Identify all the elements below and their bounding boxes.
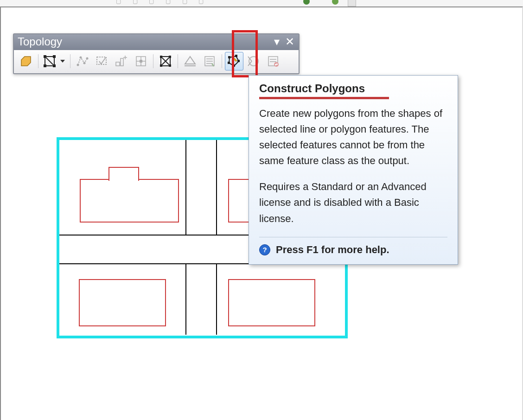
building-footprint [79,279,166,326]
list-icon [204,55,216,67]
tooltip-title: Construct Polygons [259,82,447,95]
tooltip-body-2: Requires a Standard or an Advanced licen… [259,179,447,226]
svg-point-9 [83,62,86,64]
options-icon [267,55,279,67]
svg-rect-3 [44,55,46,58]
svg-rect-4 [53,55,56,58]
separator [178,54,178,68]
svg-rect-6 [53,64,56,67]
status-dot-icon [303,0,310,5]
toolbar-close-button[interactable]: ✕ [285,37,295,47]
status-dot-icon [332,0,338,5]
tooltip-help-row: ? Press F1 for more help. [259,244,447,256]
tooltip-help-text: Press F1 for more help. [276,244,389,256]
select-topology-icon [20,55,32,67]
svg-rect-34 [228,62,230,64]
svg-rect-13 [121,58,123,66]
building-footprint [108,167,139,181]
svg-rect-33 [233,64,235,67]
shared-features-icon [76,55,89,68]
construct-polygons-icon [228,55,241,68]
svg-rect-31 [235,55,237,57]
svg-rect-12 [116,62,120,66]
svg-rect-32 [237,60,240,62]
feature-line [185,264,186,335]
validate-current-extent-button[interactable] [93,52,111,70]
feature-line [185,140,186,235]
building-footprint [80,179,179,223]
construct-polygons-button[interactable] [225,52,243,70]
tooltip-underline [259,97,389,99]
tooltip-body-1: Create new polygons from the shapes of s… [259,106,447,169]
select-topology-button[interactable] [17,52,35,70]
toolbar-fragment-icons: ▢ ▢ ▢ ▢ ▢ ▢ [116,0,206,5]
error-inspector-button[interactable] [156,52,175,70]
map-canvas: Topology ▾ ✕ [0,6,523,420]
list-errors-button[interactable] [200,52,219,70]
separator [70,54,70,68]
svg-point-36 [249,57,258,66]
svg-rect-5 [44,64,46,67]
topology-toolbar: Topology ▾ ✕ [13,33,300,74]
svg-point-10 [86,57,89,60]
svg-rect-35 [233,57,237,62]
topology-edit-icon [44,55,56,67]
feature-line [216,140,217,235]
topology-edit-tool-button[interactable] [41,52,67,70]
planarize-lines-button[interactable] [181,52,199,70]
svg-point-8 [80,57,82,59]
tooltip-construct-polygons: Construct Polygons Create new polygons f… [249,75,458,265]
toolbar-button-row [14,50,299,73]
validate-area-icon [115,55,128,68]
app-top-strip: ▢ ▢ ▢ ▢ ▢ ▢ [0,0,523,7]
toolbar-end-grip [348,0,356,6]
tooltip-divider [259,237,447,237]
help-icon: ? [259,244,270,255]
error-inspector-icon [159,55,172,67]
svg-marker-0 [21,57,31,66]
split-polygons-icon [247,55,260,68]
show-shared-features-button[interactable] [73,52,92,70]
toolbar-title: Topology [18,35,62,48]
separator [38,54,38,68]
fix-topology-error-button[interactable] [132,52,150,70]
split-polygons-button[interactable] [244,52,263,70]
separator [153,54,153,68]
validate-extent-icon [96,55,108,68]
feature-line [216,264,217,335]
planarize-icon [184,55,197,68]
fix-error-icon [134,55,147,68]
toolbar-options-dropdown[interactable]: ▾ [272,37,282,47]
validate-topology-area-button[interactable] [112,52,131,70]
chevron-down-icon [60,60,65,63]
toolbar-titlebar[interactable]: Topology ▾ ✕ [14,34,299,50]
svg-rect-30 [228,56,230,58]
topology-options-button[interactable] [264,52,282,70]
svg-rect-17 [140,60,142,63]
separator [222,54,222,68]
svg-point-7 [77,64,79,66]
building-footprint [228,279,315,326]
